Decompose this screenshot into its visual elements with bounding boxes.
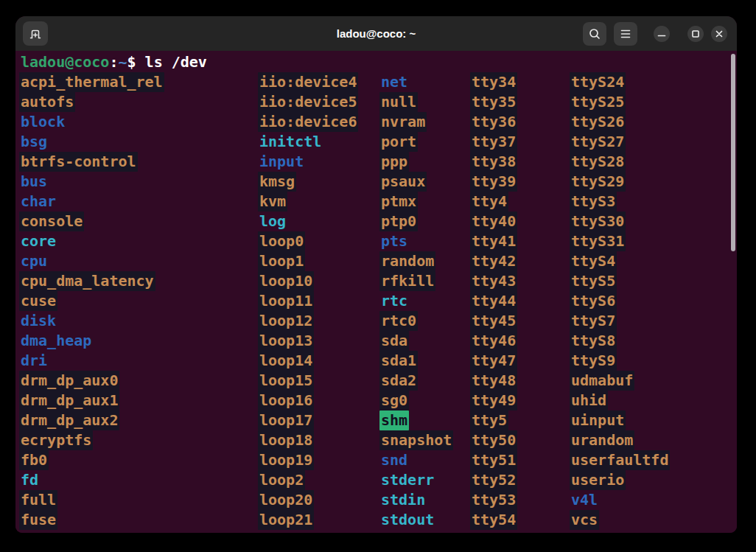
dev-entry-line: tty52 (472, 470, 516, 490)
dev-entry-line: ttyS8 (571, 331, 668, 351)
dev-entry-line: kmsg (259, 172, 357, 192)
dev-entry: tty42 (470, 251, 517, 271)
dev-entry: loop20 (258, 490, 314, 510)
dev-entry: acpi_thermal_rel (19, 72, 164, 92)
dev-entry-line: disk (21, 311, 163, 331)
dev-entry: ptmx (379, 192, 418, 212)
menu-button[interactable] (614, 22, 637, 46)
dev-entry: ttyS7 (570, 311, 617, 331)
dev-entry-line: ttyS4 (571, 251, 668, 271)
dev-entry-line: loop16 (259, 391, 357, 410)
dev-listing-column-2: iio:device4iio:device5iio:device6initctl… (259, 72, 357, 530)
dev-entry: iio:device5 (258, 92, 358, 112)
dev-entry-line: tty51 (472, 450, 516, 470)
dev-entry-line: tty41 (472, 231, 516, 251)
dev-entry: initctl (258, 132, 323, 152)
dev-entry: cuse (19, 291, 57, 311)
dev-entry: log (258, 212, 287, 231)
scrollbar-thumb[interactable] (731, 54, 735, 251)
dev-entry: ecryptfs (19, 430, 93, 450)
dev-entry-line: drm_dp_aux2 (21, 410, 163, 430)
dev-entry: iio:device4 (258, 72, 358, 92)
dev-entry: rfkill (379, 271, 435, 291)
dev-entry-line: tty43 (472, 271, 516, 291)
dev-entry-line: ttyS26 (571, 112, 668, 132)
dev-entry: tty34 (470, 72, 517, 92)
close-button[interactable] (711, 26, 727, 42)
dev-entry: dma_heap (19, 331, 93, 351)
dev-listing-column-3: netnullnvramportppppsauxptmxptp0ptsrando… (381, 72, 452, 530)
dev-entry-line: userio (571, 470, 668, 490)
dev-entry-line: log (259, 212, 357, 231)
dev-entry-line: fd (21, 470, 163, 490)
dev-entry: tty38 (470, 152, 517, 172)
dev-entry: autofs (19, 92, 75, 112)
dev-entry: ttyS28 (570, 152, 626, 172)
dev-entry: loop21 (258, 510, 314, 530)
dev-entry-line: full (21, 490, 163, 510)
dev-entry-line: stdout (381, 510, 452, 530)
search-button[interactable] (583, 22, 606, 46)
dev-entry-line: tty5 (472, 410, 516, 430)
dev-entry-line: tty36 (472, 112, 516, 132)
dev-entry-line: loop0 (259, 231, 357, 251)
dev-entry-line: loop15 (259, 371, 357, 391)
dev-entry: ttyS27 (570, 132, 626, 152)
minimize-button[interactable] (654, 26, 670, 42)
titlebar[interactable]: ladou@coco: ~ (15, 16, 737, 51)
dev-entry-line: ttyS24 (571, 72, 668, 92)
maximize-button[interactable] (687, 26, 704, 42)
dev-entry-line: uhid (571, 391, 668, 410)
dev-entry-line: bus (21, 172, 163, 192)
dev-entry: ttyS4 (570, 251, 617, 271)
dev-entry: ttyS30 (570, 212, 626, 231)
dev-entry: char (19, 192, 57, 212)
dev-entry-line: initctl (259, 132, 357, 152)
dev-entry: ttyS31 (570, 231, 626, 251)
dev-entry-line: stdin (381, 490, 452, 510)
search-icon (588, 27, 601, 41)
dev-entry: loop1 (258, 251, 305, 271)
minimize-icon (654, 26, 670, 42)
dev-entry-line: uinput (571, 410, 668, 430)
dev-entry-line: iio:device6 (259, 112, 357, 132)
dev-entry: loop15 (258, 371, 314, 391)
dev-entry: tty53 (470, 490, 517, 510)
dev-entry: tty45 (470, 311, 517, 331)
dev-entry-line: tty34 (472, 72, 516, 92)
dev-entry-line: rtc0 (381, 311, 452, 331)
dev-entry-line: v4l (571, 490, 668, 510)
dev-entry: dri (19, 351, 49, 371)
dev-entry: cpu_dma_latency (19, 271, 155, 291)
dev-entry-line: fb0 (21, 450, 163, 470)
dev-entry-line: kvm (259, 192, 357, 212)
dev-entry-line: dma_heap (21, 331, 163, 351)
dev-entry-line: ttyS7 (571, 311, 668, 331)
dev-entry-line: urandom (571, 430, 668, 450)
dev-entry: sda1 (379, 351, 418, 371)
dev-entry: nvram (379, 112, 427, 132)
dev-entry: btrfs-control (19, 152, 138, 172)
dev-entry-line: loop17 (259, 410, 357, 430)
dev-entry-line: ttyS9 (571, 351, 668, 371)
dev-entry-line: fuse (21, 510, 163, 530)
dev-entry: iio:device6 (258, 112, 358, 132)
dev-entry-line: sg0 (381, 391, 452, 410)
terminal-screen[interactable]: ladou@coco:~$ ls /dev acpi_thermal_relau… (15, 51, 737, 533)
dev-entry-line: loop19 (259, 450, 357, 470)
dev-entry: ttyS24 (570, 72, 626, 92)
dev-entry-line: snd (381, 450, 452, 470)
dev-entry-line: console (21, 212, 163, 231)
dev-entry-line: userfaultfd (571, 450, 668, 470)
dev-entry-line: tty50 (472, 430, 516, 450)
terminal-window: ladou@coco: ~ (15, 16, 737, 533)
dev-entry: tty35 (470, 92, 517, 112)
dev-entry-line: snapshot (381, 430, 452, 450)
dev-entry-line: loop21 (259, 510, 357, 530)
dev-entry-line: ttyS31 (571, 231, 668, 251)
dev-entry: tty37 (470, 132, 517, 152)
dev-entry-line: loop14 (259, 351, 357, 371)
dev-entry-line: acpi_thermal_rel (21, 72, 163, 92)
dev-entry: loop10 (258, 271, 314, 291)
dev-entry: udmabuf (570, 371, 634, 391)
